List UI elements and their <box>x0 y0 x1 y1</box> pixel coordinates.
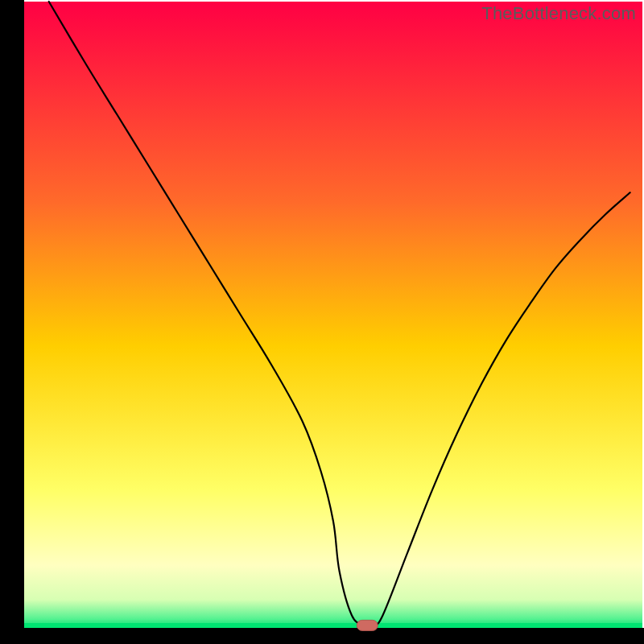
bottleneck-chart: TheBottleneck.com <box>0 0 644 644</box>
chart-svg <box>0 0 644 644</box>
x-axis <box>0 628 644 644</box>
watermark-text: TheBottleneck.com <box>481 3 636 24</box>
plot-area <box>0 0 644 644</box>
gradient-background <box>24 2 642 628</box>
minimum-marker <box>357 620 378 630</box>
y-axis <box>0 0 24 644</box>
baseline-band <box>24 623 642 628</box>
